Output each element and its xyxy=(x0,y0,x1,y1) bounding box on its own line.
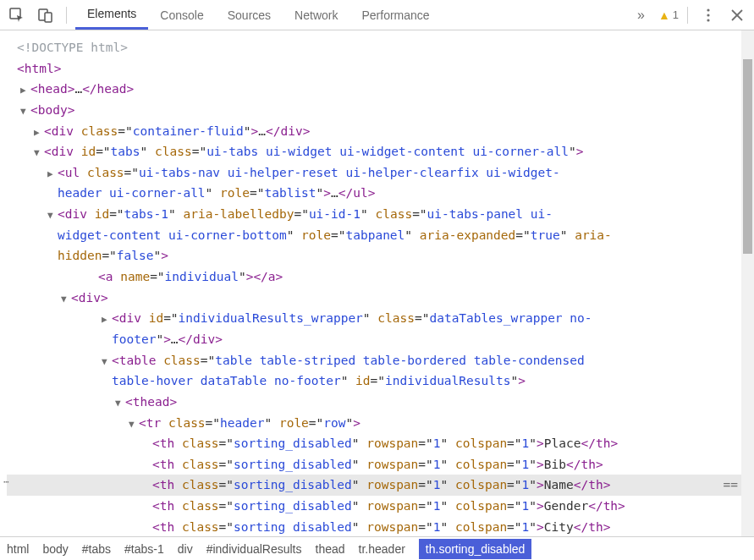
separator xyxy=(66,7,67,24)
dom-line[interactable]: <th class="sorting_disabled" rowspan="1"… xyxy=(7,433,741,454)
devtools-toolbar: ElementsConsoleSourcesNetworkPerformance… xyxy=(0,0,754,30)
dom-line[interactable]: ▼<thead> xyxy=(7,392,741,413)
breadcrumb-item[interactable]: body xyxy=(42,542,68,556)
dom-line[interactable]: ▶<ul class="ui-tabs-nav ui-helper-reset … xyxy=(7,162,741,184)
warnings-badge[interactable]: ▲ 1 xyxy=(658,8,679,22)
dom-line[interactable]: ▼<div> xyxy=(7,288,741,309)
tab-performance[interactable]: Performance xyxy=(349,0,441,30)
dom-line[interactable]: <th class="sorting disabled" rowspan="1"… xyxy=(7,517,741,536)
svg-point-3 xyxy=(707,8,709,11)
dom-line[interactable]: ▼<body> xyxy=(7,100,741,121)
expand-arrow-icon[interactable]: ▶ xyxy=(34,125,44,141)
breadcrumb-item[interactable]: #tabs-1 xyxy=(124,542,164,556)
breadcrumb-item[interactable]: div xyxy=(178,542,193,556)
dom-line[interactable]: ▼<div id="tabs-1" aria-labelledby="ui-id… xyxy=(7,204,741,225)
panel-tabs: ElementsConsoleSourcesNetworkPerformance xyxy=(75,0,624,30)
svg-point-4 xyxy=(707,14,709,16)
tab-console[interactable]: Console xyxy=(148,0,215,30)
dom-line[interactable]: ▼<tr class="header" role="row"> xyxy=(7,413,741,434)
inspect-icon[interactable] xyxy=(5,3,29,27)
svg-point-5 xyxy=(707,19,709,21)
expand-arrow-icon[interactable]: ▼ xyxy=(102,354,112,371)
dom-line[interactable]: widget-content ui-corner-bottom" role="t… xyxy=(7,225,741,246)
expand-arrow-icon[interactable]: ▶ xyxy=(47,167,58,183)
expand-arrow-icon[interactable]: ▶ xyxy=(102,312,112,328)
breadcrumb-item[interactable]: #individualResults xyxy=(206,542,302,556)
dom-line[interactable]: ▼<table class="table table-striped table… xyxy=(7,350,741,371)
breadcrumb-item[interactable]: tr.header xyxy=(359,542,405,556)
dom-line[interactable]: ▶<div class="container-fluid">…</div> xyxy=(7,121,741,142)
device-toggle-icon[interactable] xyxy=(34,3,58,27)
dom-line[interactable]: footer">…</div> xyxy=(7,329,741,350)
dom-line[interactable]: ▶<div id="individualResults_wrapper" cla… xyxy=(7,308,741,329)
dom-line[interactable]: <th class="sorting_disabled" rowspan="1"… xyxy=(7,496,741,517)
dom-breadcrumb: htmlbody#tabs#tabs-1div#individualResult… xyxy=(0,536,754,560)
more-panels-button[interactable]: » xyxy=(629,8,653,23)
breadcrumb-item[interactable]: thead xyxy=(316,542,345,556)
warning-icon: ▲ xyxy=(658,8,670,22)
warning-count: 1 xyxy=(673,8,679,21)
content-area: <!DOCTYPE html><html>▶<head>…</head>▼<bo… xyxy=(0,30,754,536)
breadcrumb-item[interactable]: #tabs xyxy=(82,542,111,556)
scrollbar-thumb[interactable] xyxy=(743,59,752,254)
dom-line[interactable]: ⋯<th class="sorting_disabled" rowspan="1… xyxy=(7,475,741,496)
dom-line[interactable]: <html> xyxy=(7,58,741,80)
expand-arrow-icon[interactable]: ▼ xyxy=(34,145,44,162)
tab-elements[interactable]: Elements xyxy=(75,0,148,30)
breadcrumb-item[interactable]: th.sorting_disabled xyxy=(419,539,532,559)
expand-arrow-icon[interactable]: ▶ xyxy=(20,83,30,99)
tab-sources[interactable]: Sources xyxy=(216,0,283,30)
kebab-menu-icon[interactable] xyxy=(696,3,720,27)
dom-line[interactable]: header ui-corner-all" role="tablist">…</… xyxy=(7,183,741,204)
breadcrumb-item[interactable]: html xyxy=(7,542,29,556)
expand-arrow-icon[interactable]: ▼ xyxy=(20,104,30,120)
dom-tree-panel[interactable]: <!DOCTYPE html><html>▶<head>…</head>▼<bo… xyxy=(0,30,741,536)
expand-arrow-icon[interactable]: ▼ xyxy=(115,396,125,412)
dom-line[interactable]: hidden="false"> xyxy=(7,245,741,266)
dom-line[interactable]: <th class="sorting_disabled" rowspan="1"… xyxy=(7,454,741,475)
svg-rect-2 xyxy=(45,13,52,22)
dom-line[interactable]: ▼<div id="tabs" class="ui-tabs ui-widget… xyxy=(7,141,741,162)
dom-line[interactable]: <a name="individual"></a> xyxy=(7,266,741,288)
vertical-scrollbar[interactable] xyxy=(741,30,754,536)
tab-network[interactable]: Network xyxy=(283,0,349,30)
dom-line[interactable]: ▶<head>…</head> xyxy=(7,79,741,100)
close-icon[interactable] xyxy=(725,3,749,27)
expand-arrow-icon[interactable]: ▼ xyxy=(129,417,139,433)
expand-arrow-icon[interactable]: ▼ xyxy=(47,208,58,224)
expand-arrow-icon[interactable]: ▼ xyxy=(61,292,71,308)
dom-line[interactable]: table-hover dataTable no-footer" id="ind… xyxy=(7,371,741,392)
dom-line[interactable]: <!DOCTYPE html> xyxy=(7,37,741,58)
separator xyxy=(687,7,688,24)
